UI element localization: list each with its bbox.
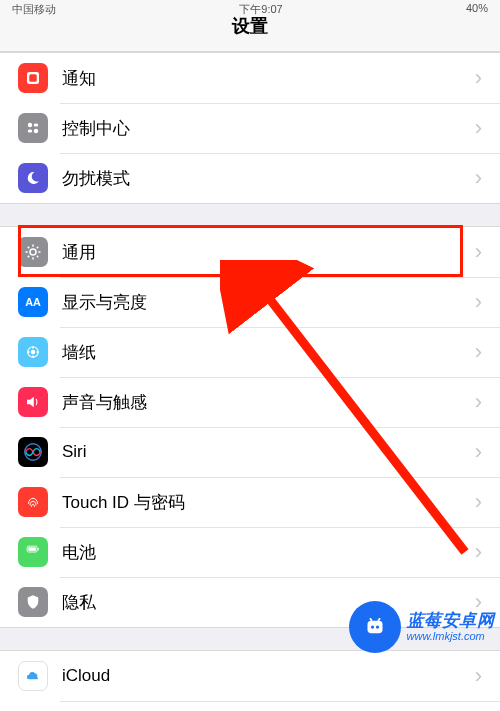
- svg-line-12: [37, 256, 39, 258]
- svg-line-32: [378, 618, 380, 621]
- svg-rect-5: [34, 124, 39, 127]
- row-sounds[interactable]: 声音与触感 ›: [0, 377, 500, 427]
- svg-line-14: [37, 247, 39, 249]
- svg-line-31: [370, 618, 372, 621]
- svg-point-29: [370, 625, 373, 628]
- chevron-right-icon: ›: [475, 289, 482, 315]
- svg-rect-1: [29, 74, 37, 82]
- general-icon: [18, 237, 48, 267]
- row-label: 显示与亮度: [62, 291, 475, 314]
- svg-point-3: [34, 129, 39, 134]
- watermark-text: 蓝莓安卓网 www.lmkjst.com: [407, 611, 495, 643]
- dnd-icon: [18, 163, 48, 193]
- svg-point-18: [32, 346, 34, 348]
- status-carrier: 中国移动: [12, 2, 56, 18]
- row-label: 通知: [62, 67, 475, 90]
- svg-rect-28: [367, 621, 382, 634]
- svg-line-11: [28, 247, 30, 249]
- svg-rect-25: [28, 547, 36, 551]
- chevron-right-icon: ›: [475, 239, 482, 265]
- row-label: 通用: [62, 241, 475, 264]
- row-battery[interactable]: 电池 ›: [0, 527, 500, 577]
- chevron-right-icon: ›: [475, 489, 482, 515]
- svg-point-30: [375, 625, 378, 628]
- privacy-icon: [18, 587, 48, 617]
- settings-group-1: 通用 › AA 显示与亮度 › 墙纸 › 声音与触感 ›: [0, 226, 500, 628]
- row-label: 墙纸: [62, 341, 475, 364]
- row-wallpaper[interactable]: 墙纸 ›: [0, 327, 500, 377]
- status-time: 下午9:07: [239, 2, 282, 18]
- control-center-icon: [18, 113, 48, 143]
- svg-point-21: [36, 351, 38, 353]
- svg-point-19: [32, 355, 34, 357]
- row-do-not-disturb[interactable]: 勿扰模式 ›: [0, 153, 500, 203]
- svg-point-6: [30, 249, 36, 255]
- sounds-icon: [18, 387, 48, 417]
- chevron-right-icon: ›: [475, 439, 482, 465]
- watermark-logo-icon: [349, 601, 401, 653]
- chevron-right-icon: ›: [475, 65, 482, 91]
- svg-rect-24: [38, 548, 39, 550]
- status-bar: 中国移动 下午9:07 40%: [0, 2, 500, 18]
- row-label: iCloud: [62, 666, 475, 686]
- chevron-right-icon: ›: [475, 389, 482, 415]
- display-icon: AA: [18, 287, 48, 317]
- row-label: 声音与触感: [62, 391, 475, 414]
- svg-point-2: [28, 123, 33, 128]
- svg-point-20: [27, 351, 29, 353]
- chevron-right-icon: ›: [475, 115, 482, 141]
- chevron-right-icon: ›: [475, 663, 482, 689]
- row-label: 控制中心: [62, 117, 475, 140]
- chevron-right-icon: ›: [475, 339, 482, 365]
- chevron-right-icon: ›: [475, 539, 482, 565]
- siri-icon: [18, 437, 48, 467]
- row-label: 电池: [62, 541, 475, 564]
- settings-group-0: 通知 › 控制中心 › 勿扰模式 ›: [0, 52, 500, 204]
- row-icloud[interactable]: iCloud ›: [0, 651, 500, 701]
- settings-screen: 中国移动 下午9:07 40% 设置 通知 › 控制中心 › 勿扰模式 ›: [0, 0, 500, 711]
- chevron-right-icon: ›: [475, 165, 482, 191]
- svg-line-13: [28, 256, 30, 258]
- battery-icon: [18, 537, 48, 567]
- row-notifications[interactable]: 通知 ›: [0, 53, 500, 103]
- row-label: 勿扰模式: [62, 167, 475, 190]
- row-itunes[interactable]: iTunes Store 与 App Store ›: [0, 701, 500, 711]
- watermark-url: www.lmkjst.com: [407, 630, 495, 643]
- row-general[interactable]: 通用 ›: [0, 227, 500, 277]
- row-siri[interactable]: Siri ›: [0, 427, 500, 477]
- icloud-icon: [18, 661, 48, 691]
- svg-text:AA: AA: [25, 296, 41, 308]
- watermark: 蓝莓安卓网 www.lmkjst.com: [349, 601, 495, 653]
- touchid-icon: [18, 487, 48, 517]
- notifications-icon: [18, 63, 48, 93]
- svg-point-17: [31, 350, 36, 355]
- svg-rect-4: [28, 130, 33, 133]
- row-label: Siri: [62, 442, 475, 462]
- status-battery: 40%: [466, 2, 488, 18]
- row-touchid[interactable]: Touch ID 与密码 ›: [0, 477, 500, 527]
- row-display[interactable]: AA 显示与亮度 ›: [0, 277, 500, 327]
- watermark-title: 蓝莓安卓网: [407, 611, 495, 631]
- wallpaper-icon: [18, 337, 48, 367]
- settings-group-2: iCloud › iTunes Store 与 App Store ›: [0, 650, 500, 711]
- row-control-center[interactable]: 控制中心 ›: [0, 103, 500, 153]
- row-label: Touch ID 与密码: [62, 491, 475, 514]
